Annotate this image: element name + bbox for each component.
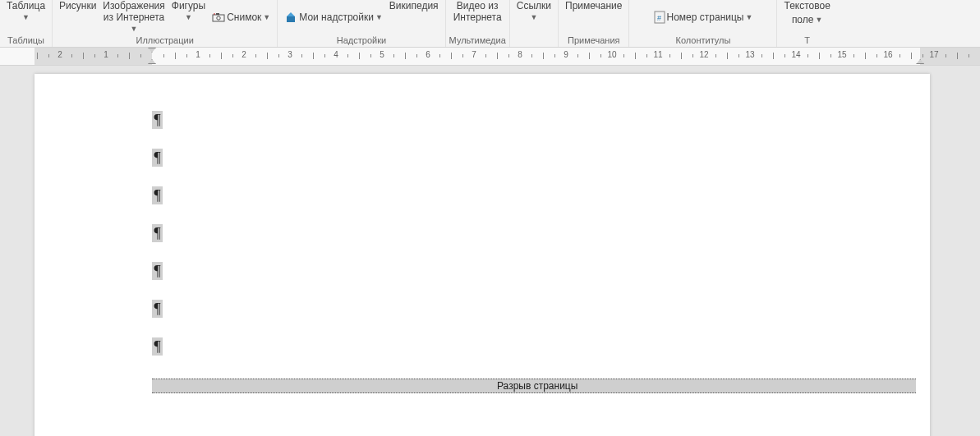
ruler-number: 8	[518, 50, 522, 59]
shapes-button-label: Фигуры	[172, 0, 205, 11]
store-icon	[284, 11, 297, 23]
pilcrow-icon: ¶	[152, 224, 163, 242]
svg-rect-0	[213, 15, 224, 21]
wikipedia-button[interactable]: Википедия	[386, 0, 442, 34]
online-images-button[interactable]: Изображения из Интернета ▼	[99, 0, 168, 34]
ruler-number: 15	[837, 50, 846, 59]
group-illustrations-label: Иллюстрации	[136, 34, 193, 46]
svg-rect-4	[287, 16, 295, 22]
online-video-button[interactable]: Видео из Интернета	[450, 0, 505, 34]
ruler-number: 4	[334, 50, 338, 59]
textbox-button-label-2: поле	[792, 11, 814, 28]
ruler-number: 12	[699, 50, 708, 59]
ruler-number: 17	[929, 50, 938, 59]
paragraph[interactable]: ¶	[152, 300, 905, 337]
online-images-button-label-2: из Интернета	[104, 11, 164, 23]
my-addins-button[interactable]: Мои надстройки ▼	[281, 0, 386, 34]
pictures-button[interactable]: Рисунки	[56, 0, 99, 34]
pilcrow-icon: ¶	[152, 262, 163, 280]
ruler-number: 9	[564, 50, 568, 59]
group-headerfooter: # Номер страницы ▼ Колонтитулы	[629, 0, 777, 47]
group-text-label: Т	[804, 34, 810, 46]
textbox-button-label-1: Текстовое	[784, 0, 830, 11]
group-media: Видео из Интернета Мультимедиа	[446, 0, 510, 47]
group-media-label: Мультимедиа	[449, 34, 506, 46]
group-illustrations: Рисунки Изображения из Интернета ▼ Фигур…	[53, 0, 278, 47]
paragraph[interactable]: ¶	[152, 111, 905, 149]
textbox-button[interactable]: Текстовое поле ▼	[780, 0, 833, 34]
wikipedia-button-label: Википедия	[389, 0, 439, 11]
ribbon: Таблица ▼ Таблицы Рисунки Изображения из…	[0, 0, 980, 48]
ruler-number: 2	[242, 50, 246, 59]
online-images-button-label-1: Изображения	[103, 0, 164, 11]
ruler-number: 13	[745, 50, 754, 59]
comment-button[interactable]: Примечание	[562, 0, 625, 34]
pictures-button-label: Рисунки	[59, 0, 96, 11]
ruler-number: 6	[426, 50, 430, 59]
ruler-number: 7	[472, 50, 476, 59]
svg-text:#: #	[657, 14, 661, 22]
svg-rect-2	[216, 13, 219, 15]
shapes-button[interactable]: Фигуры ▼	[168, 0, 209, 34]
ruler-number: 5	[380, 50, 384, 59]
page-number-button-label: Номер страницы	[667, 9, 744, 25]
ruler-number: 11	[653, 50, 662, 59]
group-tables-label: Таблицы	[7, 34, 44, 46]
table-button-label: Таблица	[7, 0, 45, 11]
horizontal-ruler[interactable]: 211234567891011121314151617	[0, 48, 980, 66]
paragraph[interactable]: ¶	[152, 337, 905, 375]
svg-point-3	[214, 13, 215, 15]
chevron-down-icon: ▼	[185, 11, 192, 23]
chevron-down-icon: ▼	[131, 23, 138, 34]
paragraph[interactable]: ¶	[152, 262, 905, 300]
chevron-down-icon: ▼	[815, 14, 822, 25]
chevron-down-icon: ▼	[530, 11, 537, 23]
document-area[interactable]: ¶¶¶¶¶¶¶Разрыв страницы	[0, 66, 980, 436]
ruler-number: 1	[104, 50, 108, 59]
paragraph[interactable]: ¶	[152, 186, 905, 224]
screenshot-button-label: Снимок	[227, 9, 261, 25]
ruler-number: 16	[883, 50, 892, 59]
comment-button-label: Примечание	[565, 0, 622, 11]
screenshot-button[interactable]: Снимок ▼	[209, 0, 274, 34]
pilcrow-icon: ¶	[152, 337, 163, 356]
group-addins-label: Надстройки	[337, 34, 386, 46]
group-addins: Мои надстройки ▼ Википедия Надстройки	[278, 0, 445, 47]
ruler-number: 10	[607, 50, 616, 59]
my-addins-button-label: Мои надстройки	[299, 9, 374, 25]
online-video-button-label-2: Интернета	[453, 11, 502, 23]
page-break[interactable]: Разрыв страницы	[152, 379, 916, 393]
group-text: Текстовое поле ▼ Т	[777, 0, 836, 47]
ruler-number: 2	[58, 50, 62, 59]
chevron-down-icon: ▼	[22, 11, 30, 23]
group-comments-label: Примечания	[568, 34, 620, 46]
pilcrow-icon: ¶	[152, 111, 163, 129]
pilcrow-icon: ¶	[152, 300, 163, 318]
group-headerfooter-label: Колонтитулы	[675, 34, 730, 46]
chevron-down-icon: ▼	[263, 11, 270, 23]
ruler-number: 1	[196, 50, 200, 59]
page-number-icon: #	[654, 11, 665, 24]
paragraph[interactable]: ¶	[152, 224, 905, 262]
pilcrow-icon: ¶	[152, 186, 163, 204]
camera-icon	[212, 12, 225, 22]
paragraph[interactable]: ¶	[152, 149, 905, 186]
group-links: Ссылки ▼	[510, 0, 559, 47]
links-button[interactable]: Ссылки ▼	[513, 0, 554, 34]
chevron-down-icon: ▼	[375, 11, 383, 23]
table-button[interactable]: Таблица ▼	[3, 0, 48, 34]
ruler-number: 14	[791, 50, 800, 59]
group-comments: Примечание Примечания	[559, 0, 629, 47]
online-video-button-label-1: Видео из	[457, 0, 499, 11]
page[interactable]: ¶¶¶¶¶¶¶Разрыв страницы	[35, 74, 930, 436]
pilcrow-icon: ¶	[152, 149, 163, 167]
group-tables: Таблица ▼ Таблицы	[0, 0, 53, 47]
page-number-button[interactable]: # Номер страницы ▼	[651, 0, 757, 34]
chevron-down-icon: ▼	[745, 11, 752, 23]
svg-point-1	[217, 16, 220, 20]
links-button-label: Ссылки	[517, 0, 551, 11]
ruler-number: 3	[288, 50, 292, 59]
page-break-label: Разрыв страницы	[497, 380, 577, 392]
